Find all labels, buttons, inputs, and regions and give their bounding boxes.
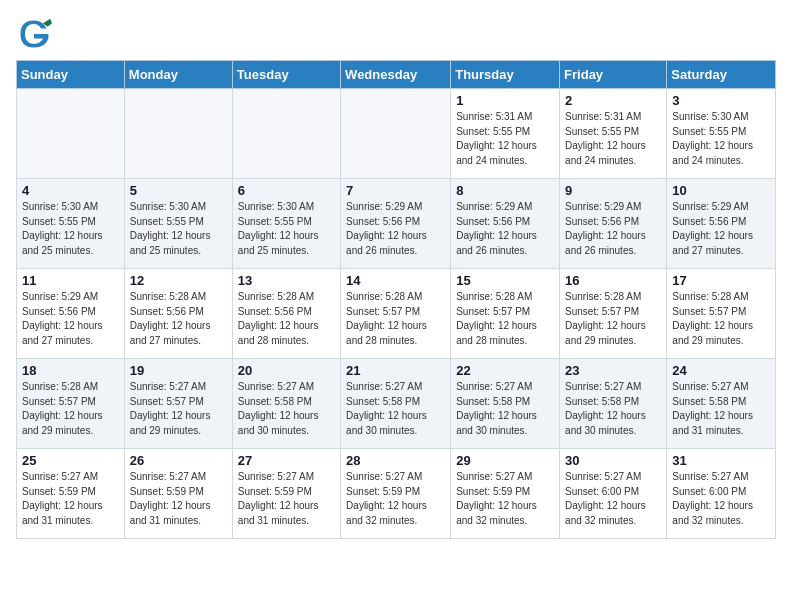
day-info: Sunrise: 5:27 AM Sunset: 6:00 PM Dayligh… [672, 470, 770, 528]
calendar-day-cell: 24Sunrise: 5:27 AM Sunset: 5:58 PM Dayli… [667, 359, 776, 449]
day-info: Sunrise: 5:27 AM Sunset: 5:58 PM Dayligh… [238, 380, 335, 438]
day-number: 21 [346, 363, 445, 378]
calendar-week-row: 4Sunrise: 5:30 AM Sunset: 5:55 PM Daylig… [17, 179, 776, 269]
weekday-header-friday: Friday [560, 61, 667, 89]
day-info: Sunrise: 5:28 AM Sunset: 5:57 PM Dayligh… [346, 290, 445, 348]
weekday-header-saturday: Saturday [667, 61, 776, 89]
day-info: Sunrise: 5:28 AM Sunset: 5:57 PM Dayligh… [672, 290, 770, 348]
day-number: 29 [456, 453, 554, 468]
day-number: 3 [672, 93, 770, 108]
day-number: 26 [130, 453, 227, 468]
weekday-header-thursday: Thursday [451, 61, 560, 89]
day-number: 6 [238, 183, 335, 198]
page-header [16, 16, 776, 52]
weekday-header-monday: Monday [124, 61, 232, 89]
day-number: 18 [22, 363, 119, 378]
day-number: 20 [238, 363, 335, 378]
day-info: Sunrise: 5:29 AM Sunset: 5:56 PM Dayligh… [565, 200, 661, 258]
day-number: 13 [238, 273, 335, 288]
day-info: Sunrise: 5:27 AM Sunset: 5:58 PM Dayligh… [565, 380, 661, 438]
day-info: Sunrise: 5:27 AM Sunset: 6:00 PM Dayligh… [565, 470, 661, 528]
day-number: 14 [346, 273, 445, 288]
calendar-day-cell: 10Sunrise: 5:29 AM Sunset: 5:56 PM Dayli… [667, 179, 776, 269]
weekday-header-wednesday: Wednesday [341, 61, 451, 89]
calendar-day-cell: 15Sunrise: 5:28 AM Sunset: 5:57 PM Dayli… [451, 269, 560, 359]
day-number: 9 [565, 183, 661, 198]
calendar-day-cell: 18Sunrise: 5:28 AM Sunset: 5:57 PM Dayli… [17, 359, 125, 449]
calendar-day-cell: 3Sunrise: 5:30 AM Sunset: 5:55 PM Daylig… [667, 89, 776, 179]
day-info: Sunrise: 5:30 AM Sunset: 5:55 PM Dayligh… [238, 200, 335, 258]
day-info: Sunrise: 5:29 AM Sunset: 5:56 PM Dayligh… [346, 200, 445, 258]
calendar-day-cell: 26Sunrise: 5:27 AM Sunset: 5:59 PM Dayli… [124, 449, 232, 539]
day-number: 4 [22, 183, 119, 198]
calendar-day-cell: 20Sunrise: 5:27 AM Sunset: 5:58 PM Dayli… [232, 359, 340, 449]
day-number: 5 [130, 183, 227, 198]
calendar-week-row: 25Sunrise: 5:27 AM Sunset: 5:59 PM Dayli… [17, 449, 776, 539]
calendar-day-cell [341, 89, 451, 179]
day-number: 27 [238, 453, 335, 468]
day-number: 10 [672, 183, 770, 198]
day-info: Sunrise: 5:31 AM Sunset: 5:55 PM Dayligh… [565, 110, 661, 168]
day-info: Sunrise: 5:29 AM Sunset: 5:56 PM Dayligh… [456, 200, 554, 258]
calendar: SundayMondayTuesdayWednesdayThursdayFrid… [16, 60, 776, 539]
calendar-day-cell: 9Sunrise: 5:29 AM Sunset: 5:56 PM Daylig… [560, 179, 667, 269]
calendar-day-cell: 29Sunrise: 5:27 AM Sunset: 5:59 PM Dayli… [451, 449, 560, 539]
day-info: Sunrise: 5:27 AM Sunset: 5:59 PM Dayligh… [456, 470, 554, 528]
day-number: 31 [672, 453, 770, 468]
day-info: Sunrise: 5:27 AM Sunset: 5:58 PM Dayligh… [456, 380, 554, 438]
day-info: Sunrise: 5:27 AM Sunset: 5:58 PM Dayligh… [672, 380, 770, 438]
calendar-day-cell: 28Sunrise: 5:27 AM Sunset: 5:59 PM Dayli… [341, 449, 451, 539]
calendar-day-cell: 21Sunrise: 5:27 AM Sunset: 5:58 PM Dayli… [341, 359, 451, 449]
day-info: Sunrise: 5:29 AM Sunset: 5:56 PM Dayligh… [672, 200, 770, 258]
day-number: 22 [456, 363, 554, 378]
day-info: Sunrise: 5:27 AM Sunset: 5:59 PM Dayligh… [130, 470, 227, 528]
day-number: 15 [456, 273, 554, 288]
calendar-day-cell: 23Sunrise: 5:27 AM Sunset: 5:58 PM Dayli… [560, 359, 667, 449]
day-info: Sunrise: 5:27 AM Sunset: 5:57 PM Dayligh… [130, 380, 227, 438]
weekday-header-tuesday: Tuesday [232, 61, 340, 89]
day-info: Sunrise: 5:27 AM Sunset: 5:59 PM Dayligh… [238, 470, 335, 528]
day-info: Sunrise: 5:30 AM Sunset: 5:55 PM Dayligh… [130, 200, 227, 258]
day-number: 11 [22, 273, 119, 288]
weekday-header-row: SundayMondayTuesdayWednesdayThursdayFrid… [17, 61, 776, 89]
logo-icon [16, 16, 52, 52]
day-info: Sunrise: 5:28 AM Sunset: 5:57 PM Dayligh… [22, 380, 119, 438]
day-info: Sunrise: 5:27 AM Sunset: 5:58 PM Dayligh… [346, 380, 445, 438]
calendar-day-cell: 19Sunrise: 5:27 AM Sunset: 5:57 PM Dayli… [124, 359, 232, 449]
logo [16, 16, 54, 52]
day-number: 2 [565, 93, 661, 108]
calendar-week-row: 18Sunrise: 5:28 AM Sunset: 5:57 PM Dayli… [17, 359, 776, 449]
day-number: 28 [346, 453, 445, 468]
calendar-day-cell: 7Sunrise: 5:29 AM Sunset: 5:56 PM Daylig… [341, 179, 451, 269]
calendar-day-cell: 25Sunrise: 5:27 AM Sunset: 5:59 PM Dayli… [17, 449, 125, 539]
calendar-day-cell: 1Sunrise: 5:31 AM Sunset: 5:55 PM Daylig… [451, 89, 560, 179]
day-number: 25 [22, 453, 119, 468]
day-info: Sunrise: 5:28 AM Sunset: 5:56 PM Dayligh… [130, 290, 227, 348]
day-number: 24 [672, 363, 770, 378]
day-info: Sunrise: 5:28 AM Sunset: 5:57 PM Dayligh… [565, 290, 661, 348]
day-number: 1 [456, 93, 554, 108]
calendar-week-row: 11Sunrise: 5:29 AM Sunset: 5:56 PM Dayli… [17, 269, 776, 359]
calendar-day-cell: 22Sunrise: 5:27 AM Sunset: 5:58 PM Dayli… [451, 359, 560, 449]
calendar-day-cell: 14Sunrise: 5:28 AM Sunset: 5:57 PM Dayli… [341, 269, 451, 359]
weekday-header-sunday: Sunday [17, 61, 125, 89]
calendar-day-cell: 30Sunrise: 5:27 AM Sunset: 6:00 PM Dayli… [560, 449, 667, 539]
day-info: Sunrise: 5:29 AM Sunset: 5:56 PM Dayligh… [22, 290, 119, 348]
day-info: Sunrise: 5:31 AM Sunset: 5:55 PM Dayligh… [456, 110, 554, 168]
day-info: Sunrise: 5:28 AM Sunset: 5:56 PM Dayligh… [238, 290, 335, 348]
calendar-day-cell [17, 89, 125, 179]
calendar-day-cell: 12Sunrise: 5:28 AM Sunset: 5:56 PM Dayli… [124, 269, 232, 359]
day-info: Sunrise: 5:27 AM Sunset: 5:59 PM Dayligh… [346, 470, 445, 528]
calendar-day-cell: 4Sunrise: 5:30 AM Sunset: 5:55 PM Daylig… [17, 179, 125, 269]
calendar-day-cell: 5Sunrise: 5:30 AM Sunset: 5:55 PM Daylig… [124, 179, 232, 269]
calendar-week-row: 1Sunrise: 5:31 AM Sunset: 5:55 PM Daylig… [17, 89, 776, 179]
day-number: 23 [565, 363, 661, 378]
day-number: 19 [130, 363, 227, 378]
day-info: Sunrise: 5:28 AM Sunset: 5:57 PM Dayligh… [456, 290, 554, 348]
day-number: 30 [565, 453, 661, 468]
calendar-day-cell: 27Sunrise: 5:27 AM Sunset: 5:59 PM Dayli… [232, 449, 340, 539]
day-number: 17 [672, 273, 770, 288]
calendar-day-cell: 6Sunrise: 5:30 AM Sunset: 5:55 PM Daylig… [232, 179, 340, 269]
calendar-day-cell: 13Sunrise: 5:28 AM Sunset: 5:56 PM Dayli… [232, 269, 340, 359]
calendar-day-cell: 31Sunrise: 5:27 AM Sunset: 6:00 PM Dayli… [667, 449, 776, 539]
